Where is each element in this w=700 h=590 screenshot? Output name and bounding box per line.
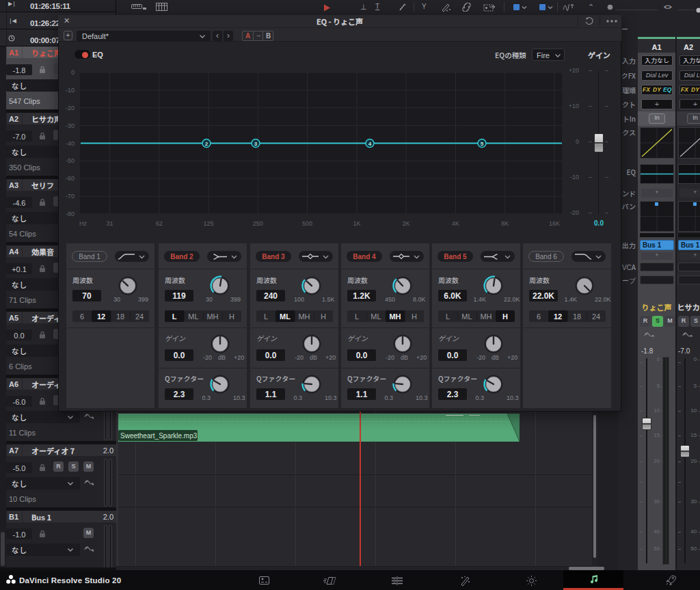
- svg-text:2: 2: [205, 141, 208, 147]
- svg-text:5: 5: [481, 141, 484, 147]
- svg-text:4: 4: [368, 141, 372, 147]
- svg-text:3: 3: [254, 141, 258, 147]
